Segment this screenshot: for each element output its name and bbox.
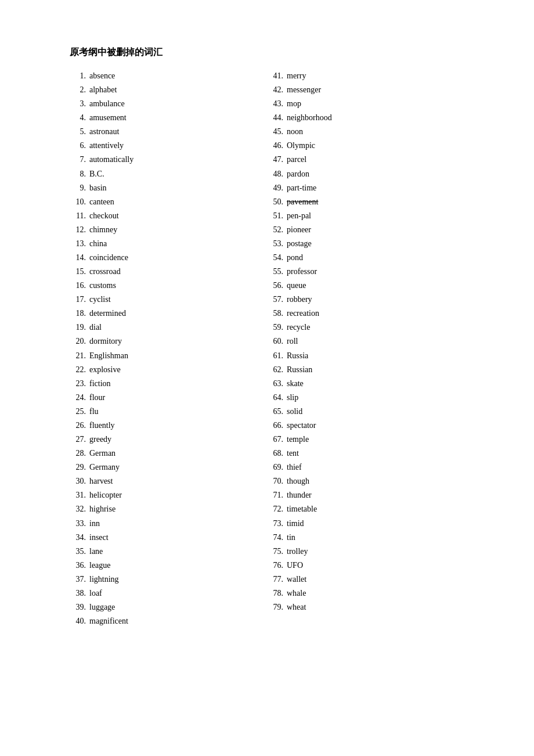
word-label: customs [89, 279, 116, 293]
list-item: 60.roll [267, 334, 464, 348]
page-title: 原考纲中被删掉的词汇 [70, 46, 464, 59]
word-label: greedy [89, 433, 111, 447]
list-item: 4.amusement [70, 111, 267, 125]
list-item: 41.merry [267, 69, 464, 83]
word-number: 78. [267, 586, 287, 600]
list-item: 30.harvest [70, 474, 267, 488]
list-item: 50.pavement [267, 195, 464, 209]
list-item: 36.league [70, 559, 267, 573]
list-item: 70.though [267, 474, 464, 488]
word-number: 19. [70, 321, 89, 334]
word-number: 4. [70, 111, 89, 125]
word-label: crossroad [89, 265, 121, 279]
word-number: 45. [267, 125, 287, 139]
word-label: canteen [89, 195, 114, 209]
list-item: 23.fiction [70, 377, 267, 391]
word-number: 59. [267, 321, 287, 334]
word-number: 21. [70, 349, 89, 363]
word-number: 37. [70, 573, 89, 586]
word-number: 52. [267, 223, 287, 237]
list-item: 22.explosive [70, 363, 267, 377]
word-label: magnificent [89, 614, 128, 628]
word-label: absence [89, 69, 115, 83]
word-number: 7. [70, 153, 89, 167]
word-number: 40. [70, 614, 89, 628]
word-number: 62. [267, 363, 287, 377]
list-item: 7.automatically [70, 153, 267, 167]
list-item: 61.Russia [267, 349, 464, 363]
word-number: 29. [70, 460, 89, 474]
list-item: 42.messenger [267, 83, 464, 97]
word-label: thunder [287, 488, 312, 502]
list-item: 13.china [70, 237, 267, 251]
word-label: inn [89, 517, 100, 531]
word-number: 46. [267, 139, 287, 153]
list-item: 64.slip [267, 391, 464, 405]
list-item: 32.highrise [70, 502, 267, 516]
list-item: 34.insect [70, 531, 267, 545]
word-number: 33. [70, 517, 89, 531]
word-label: dial [89, 321, 102, 334]
word-number: 26. [70, 419, 89, 433]
word-number: 34. [70, 531, 89, 545]
list-item: 40.magnificent [70, 614, 267, 628]
word-label: queue [287, 279, 306, 293]
word-number: 76. [267, 559, 287, 573]
word-number: 18. [70, 307, 89, 321]
word-label: mop [287, 97, 301, 111]
word-number: 31. [70, 488, 89, 502]
word-number: 68. [267, 447, 287, 460]
word-label: solid [287, 405, 302, 419]
list-item: 75.trolley [267, 545, 464, 559]
list-item: 6.attentively [70, 139, 267, 153]
word-number: 9. [70, 181, 89, 195]
word-label: though [287, 474, 309, 488]
word-number: 49. [267, 181, 287, 195]
word-number: 44. [267, 111, 287, 125]
list-item: 62.Russian [267, 363, 464, 377]
word-label: messenger [287, 83, 321, 97]
word-number: 16. [70, 279, 89, 293]
word-label: temple [287, 433, 309, 447]
word-label: alphabet [89, 83, 117, 97]
word-number: 71. [267, 488, 287, 502]
word-number: 64. [267, 391, 287, 405]
column-right: 41.merry42.messenger43.mop44.neighborhoo… [267, 69, 464, 628]
list-item: 47.parcel [267, 153, 464, 167]
word-number: 79. [267, 600, 287, 614]
list-item: 28.German [70, 447, 267, 460]
list-item: 49.part-time [267, 181, 464, 195]
word-label: timetable [287, 502, 317, 516]
word-label: china [89, 237, 107, 251]
word-label: thief [287, 460, 302, 474]
word-number: 72. [267, 502, 287, 516]
list-item: 43.mop [267, 97, 464, 111]
word-label: merry [287, 69, 306, 83]
word-label: trolley [287, 545, 308, 559]
word-number: 12. [70, 223, 89, 237]
list-item: 8.B.C. [70, 167, 267, 181]
list-item: 18.determined [70, 307, 267, 321]
word-number: 38. [70, 586, 89, 600]
word-label: postage [287, 237, 312, 251]
word-label: lane [89, 545, 103, 559]
word-label: helicopter [89, 488, 122, 502]
word-label: noon [287, 125, 303, 139]
list-item: 15.crossroad [70, 265, 267, 279]
word-number: 11. [70, 209, 89, 223]
word-number: 3. [70, 97, 89, 111]
word-number: 63. [267, 377, 287, 391]
word-label: luggage [89, 600, 115, 614]
list-item: 67.temple [267, 433, 464, 447]
word-number: 28. [70, 447, 89, 460]
word-number: 10. [70, 195, 89, 209]
word-number: 77. [267, 573, 287, 586]
word-label: B.C. [89, 167, 104, 181]
word-label: checkout [89, 209, 119, 223]
word-label: dormitory [89, 334, 122, 348]
word-label: flu [89, 405, 99, 419]
list-item: 5.astronaut [70, 125, 267, 139]
list-item: 21.Englishman [70, 349, 267, 363]
list-item: 2.alphabet [70, 83, 267, 97]
word-label: fluently [89, 419, 115, 433]
